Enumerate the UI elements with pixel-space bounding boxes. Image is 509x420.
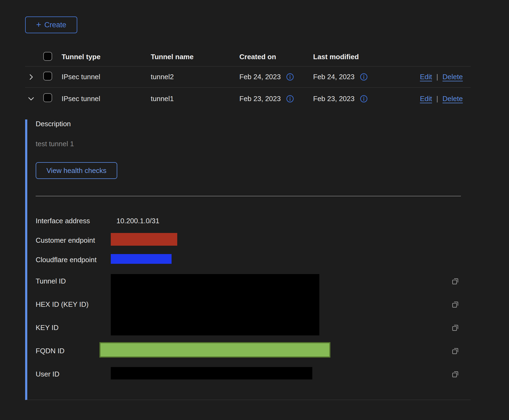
info-icon[interactable] — [286, 95, 294, 103]
id-fields-group: Tunnel ID HEX ID (KEY ID) KEY ID — [36, 269, 471, 339]
expand-cell — [25, 95, 43, 103]
last-modified-value: Feb 24, 2023 — [313, 73, 354, 81]
plus-icon: + — [36, 20, 41, 29]
tunnels-table: Tunnel type Tunnel name Created on Last … — [25, 48, 471, 400]
description-value: test tunnel 1 — [36, 139, 471, 148]
table-row-tunnel1: IPsec tunnel tunnel1 Feb 23, 2023 Feb 23… — [25, 88, 471, 110]
row-checkbox-tunnel1[interactable] — [43, 93, 52, 102]
interface-address-label: Interface address — [36, 217, 111, 225]
info-icon[interactable] — [286, 73, 294, 81]
created-on-value: Feb 24, 2023 — [239, 73, 281, 81]
info-icon[interactable] — [360, 73, 368, 81]
delete-link-tunnel2[interactable]: Delete — [443, 73, 463, 81]
checkbox-cell — [43, 93, 62, 104]
last-modified-cell: Feb 24, 2023 — [313, 73, 417, 81]
field-row-fqdn-id: FQDN ID — [36, 339, 471, 362]
chevron-right-icon[interactable] — [27, 73, 35, 81]
col-header-tunnel-name: Tunnel name — [151, 53, 239, 61]
delete-link-tunnel1[interactable]: Delete — [443, 95, 463, 103]
col-header-last-modified: Last modified — [313, 53, 417, 61]
tunnel-name-cell: tunnel2 — [151, 73, 239, 81]
interface-address-value: 10.200.1.0/31 — [111, 217, 451, 225]
col-header-tunnel-type: Tunnel type — [62, 53, 151, 61]
col-header-created-on: Created on — [239, 53, 313, 61]
last-modified-cell: Feb 23, 2023 — [313, 95, 417, 103]
edit-link-tunnel2[interactable]: Edit — [420, 73, 432, 81]
view-health-checks-button[interactable]: View health checks — [36, 162, 117, 179]
cloudflare-endpoint-label: Cloudflare endpoint — [36, 256, 111, 264]
copy-icon-tunnel-id[interactable] — [451, 277, 460, 285]
action-separator: | — [436, 95, 438, 103]
redaction-block-black-user — [111, 367, 312, 379]
field-row-cloudflare-endpoint: Cloudflare endpoint — [36, 250, 471, 269]
copy-icon-fqdn-id[interactable] — [451, 347, 460, 355]
select-all-checkbox[interactable] — [43, 52, 52, 61]
field-row-interface-address: Interface address 10.200.1.0/31 — [36, 211, 471, 231]
header-checkbox-cell — [43, 52, 62, 62]
actions-cell: Edit | Delete — [417, 95, 471, 103]
edit-link-tunnel1[interactable]: Edit — [420, 95, 432, 103]
customer-endpoint-label: Customer endpoint — [36, 236, 111, 245]
field-row-user-id: User ID — [36, 362, 471, 386]
hex-id-label: HEX ID (KEY ID) — [36, 300, 111, 309]
field-row-customer-endpoint: Customer endpoint — [36, 231, 471, 250]
user-id-value — [111, 367, 451, 381]
row-checkbox-tunnel2[interactable] — [43, 72, 52, 81]
table-row-tunnel2: IPsec tunnel tunnel2 Feb 24, 2023 Feb 24… — [25, 66, 471, 88]
redaction-block-green — [99, 342, 330, 358]
tunnel-id-label: Tunnel ID — [36, 277, 111, 285]
fqdn-id-value — [111, 342, 451, 359]
redaction-block-black-ids — [111, 274, 319, 335]
tunnel-type-cell: IPsec tunnel — [62, 95, 151, 103]
cloudflare-endpoint-value — [111, 254, 451, 266]
chevron-down-icon[interactable] — [27, 95, 35, 103]
create-button[interactable]: + Create — [25, 16, 77, 33]
created-on-value: Feb 23, 2023 — [239, 95, 281, 103]
key-id-label: KEY ID — [36, 324, 111, 332]
user-id-label: User ID — [36, 370, 111, 378]
tunnel-type-cell: IPsec tunnel — [62, 73, 151, 81]
checkbox-cell — [43, 72, 62, 82]
actions-cell: Edit | Delete — [417, 73, 471, 81]
copy-icon-user-id[interactable] — [451, 370, 460, 378]
last-modified-value: Feb 23, 2023 — [313, 95, 354, 103]
redaction-block-blue — [111, 254, 172, 264]
created-on-cell: Feb 23, 2023 — [239, 95, 313, 103]
table-header-row: Tunnel type Tunnel name Created on Last … — [25, 48, 471, 66]
section-divider — [36, 196, 461, 196]
action-separator: | — [436, 73, 438, 81]
copy-icon-hex-id[interactable] — [451, 300, 460, 309]
tunnel-fields: Interface address 10.200.1.0/31 Customer… — [36, 211, 471, 386]
redaction-block-red — [111, 233, 177, 246]
customer-endpoint-value — [111, 233, 451, 248]
created-on-cell: Feb 24, 2023 — [239, 73, 313, 81]
tunnel-details-panel: Description test tunnel 1 View health ch… — [25, 119, 471, 400]
tunnel-name-cell: tunnel1 — [151, 95, 239, 103]
tunnels-page: + Create Tunnel type Tunnel name Created… — [0, 0, 509, 420]
expand-cell — [25, 73, 43, 81]
description-label: Description — [36, 119, 471, 128]
create-button-label: Create — [44, 21, 66, 29]
info-icon[interactable] — [360, 95, 368, 103]
copy-icon-key-id[interactable] — [451, 324, 460, 332]
